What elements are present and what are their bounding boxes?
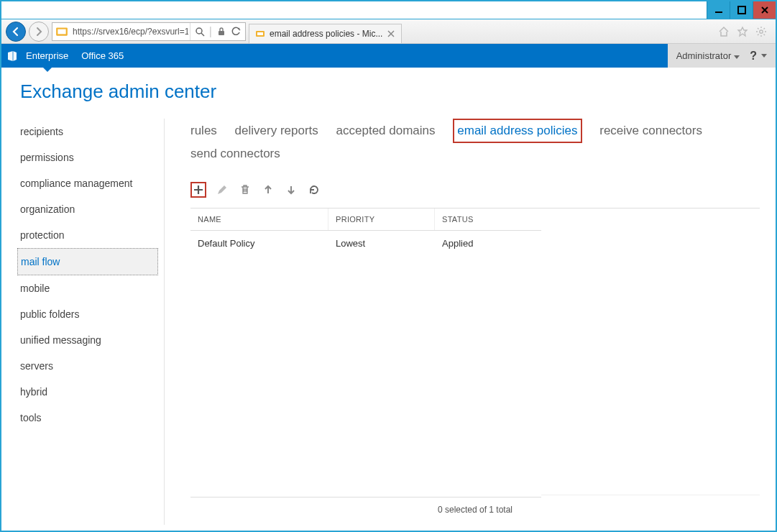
address-bar[interactable]: |: [52, 22, 246, 41]
cell-priority: Lowest: [328, 231, 435, 256]
policies-grid: NAME PRIORITY STATUS Default Policy Lowe…: [190, 208, 541, 497]
refresh-icon: [308, 184, 320, 196]
main-pane: rules delivery reports accepted domains …: [165, 119, 760, 525]
col-name[interactable]: NAME: [190, 208, 328, 230]
header-nav: Enterprise Office 365: [26, 44, 124, 68]
office-logo-icon[interactable]: [1, 44, 23, 68]
svg-point-8: [760, 29, 763, 32]
window-close-button[interactable]: [753, 1, 776, 19]
grid-header: NAME PRIORITY STATUS: [190, 208, 541, 231]
chevron-down-icon: [761, 54, 767, 58]
arrow-up-icon: [262, 184, 274, 196]
tab-receive-connectors[interactable]: receive connectors: [599, 120, 702, 142]
page-title: Exchange admin center: [20, 81, 760, 103]
header-user-area: Administrator ?: [668, 44, 776, 68]
table-row[interactable]: Default Policy Lowest Applied: [190, 231, 541, 256]
move-down-button[interactable]: [284, 183, 298, 197]
help-label: ?: [750, 50, 757, 63]
browser-tools: [718, 26, 771, 37]
browser-back-button[interactable]: [6, 22, 26, 42]
sidebar-item-tools[interactable]: tools: [17, 405, 158, 431]
sidebar-item-mail-flow[interactable]: mail flow: [17, 248, 158, 275]
refresh-button[interactable]: [307, 183, 321, 197]
sidebar-item-organization[interactable]: organization: [17, 196, 158, 222]
sidebar-item-permissions[interactable]: permissions: [17, 145, 158, 170]
gear-icon[interactable]: [755, 26, 767, 37]
svg-rect-1: [738, 6, 745, 14]
tab-accepted-domains[interactable]: accepted domains: [336, 120, 436, 142]
col-status[interactable]: STATUS: [435, 208, 541, 230]
sidebar-item-hybrid[interactable]: hybrid: [17, 379, 158, 405]
sidebar-item-servers[interactable]: servers: [17, 353, 158, 379]
sidebar-item-unified-messaging[interactable]: unified messaging: [17, 327, 158, 353]
header-link-office365[interactable]: Office 365: [81, 44, 124, 68]
favorites-icon[interactable]: [737, 26, 748, 37]
address-tools: |: [190, 23, 245, 40]
cell-status: Applied: [435, 231, 541, 256]
toolbar: [190, 182, 760, 198]
selection-status: 0 selected of 1 total: [190, 497, 760, 522]
grid-wrap: NAME PRIORITY STATUS Default Policy Lowe…: [190, 208, 760, 497]
address-input[interactable]: [71, 24, 190, 40]
exchange-header: Enterprise Office 365 Administrator ?: [1, 44, 776, 68]
tab-email-address-policies[interactable]: email address policies: [453, 119, 581, 143]
window-maximize-button[interactable]: [730, 1, 753, 19]
subtab-row: rules delivery reports accepted domains …: [190, 119, 722, 165]
tab-send-connectors[interactable]: send connectors: [190, 143, 280, 165]
site-icon: [55, 25, 68, 38]
columns: recipients permissions compliance manage…: [17, 119, 760, 525]
content-area: Exchange admin center recipients permiss…: [1, 68, 776, 531]
delete-button[interactable]: [238, 183, 252, 197]
help-menu[interactable]: ?: [750, 50, 767, 63]
detail-pane: [541, 208, 760, 495]
tab-favicon: [255, 29, 265, 39]
browser-nav-bar: | email address policies - Mic...: [1, 19, 776, 44]
arrow-down-icon: [285, 184, 297, 196]
user-menu[interactable]: Administrator: [676, 50, 740, 61]
tab-delivery-reports[interactable]: delivery reports: [235, 120, 318, 142]
svg-rect-0: [715, 12, 722, 13]
refresh-icon[interactable]: [231, 27, 241, 37]
lock-icon: [216, 27, 226, 37]
chevron-down-icon: [734, 55, 740, 59]
svg-rect-3: [58, 29, 65, 34]
col-priority[interactable]: PRIORITY: [328, 208, 435, 230]
svg-rect-7: [257, 32, 263, 35]
tab-close-icon[interactable]: [387, 29, 395, 38]
sidebar-item-mobile[interactable]: mobile: [17, 275, 158, 301]
browser-tab[interactable]: email address policies - Mic...: [249, 24, 402, 43]
move-up-button[interactable]: [261, 183, 275, 197]
search-icon[interactable]: [195, 27, 205, 37]
plus-icon: [193, 184, 204, 196]
trash-icon: [239, 184, 251, 196]
window-titlebar: [1, 1, 776, 19]
header-link-enterprise[interactable]: Enterprise: [26, 44, 68, 68]
grid-body: Default Policy Lowest Applied: [190, 231, 541, 497]
window-minimize-button[interactable]: [707, 1, 730, 19]
edit-button[interactable]: [215, 183, 229, 197]
browser-tab-title: email address policies - Mic...: [270, 29, 382, 39]
cell-name: Default Policy: [190, 231, 328, 256]
svg-point-4: [196, 28, 202, 34]
sidebar-item-protection[interactable]: protection: [17, 222, 158, 248]
window-frame: | email address policies - Mic... Enterp…: [0, 0, 777, 532]
home-icon[interactable]: [718, 26, 730, 37]
svg-rect-5: [219, 31, 224, 35]
user-label: Administrator: [676, 50, 732, 61]
browser-forward-button[interactable]: [29, 22, 49, 42]
sidebar: recipients permissions compliance manage…: [17, 119, 165, 525]
sidebar-item-public-folders[interactable]: public folders: [17, 301, 158, 327]
pencil-icon: [216, 184, 228, 196]
tab-rules[interactable]: rules: [190, 120, 217, 142]
sidebar-item-compliance[interactable]: compliance management: [17, 170, 158, 196]
add-button[interactable]: [190, 182, 206, 198]
sidebar-item-recipients[interactable]: recipients: [17, 119, 158, 145]
